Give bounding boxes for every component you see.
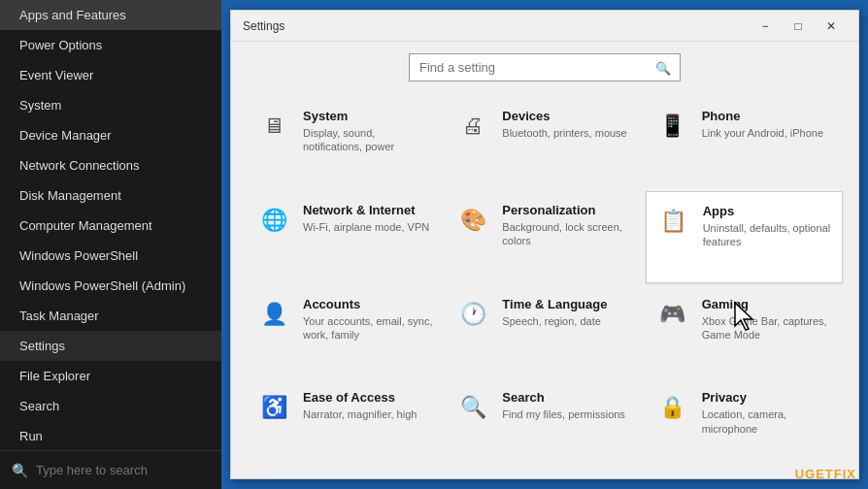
settings-tile-network[interactable]: 🌐Network & InternetWi-Fi, airplane mode,… [247,191,444,283]
phone-text: PhoneLink your Android, iPhone [702,109,833,140]
ease-of-access-icon: ♿ [256,390,291,425]
gaming-text: GamingXbox Game Bar, captures, Game Mode [702,297,833,342]
menu-item-label: Event Viewer [19,68,93,82]
search-icon: 🔍 [12,463,28,478]
network-icon: 🌐 [256,203,291,238]
search-tile-desc: Find my files, permissions [502,408,633,421]
gaming-desc: Xbox Game Bar, captures, Game Mode [702,314,833,342]
system-text: SystemDisplay, sound, notifications, pow… [303,109,434,154]
settings-tile-apps[interactable]: 📋AppsUninstall, defaults, optional featu… [646,191,843,283]
settings-tile-system[interactable]: 🖥SystemDisplay, sound, notifications, po… [247,97,444,189]
ease-of-access-title: Ease of Access [303,390,434,405]
menu-item-label: Windows PowerShell (Admin) [19,278,185,293]
network-desc: Wi-Fi, airplane mode, VPN [303,220,434,234]
apps-desc: Uninstall, defaults, optional features [703,221,832,249]
settings-tile-accounts[interactable]: 👤AccountsYour accounts, email, sync, wor… [247,285,444,377]
menu-item-label: Computer Management [19,218,152,233]
devices-title: Devices [502,109,633,123]
accounts-desc: Your accounts, email, sync, work, family [303,314,434,342]
menu-item-task-manager[interactable]: Task Manager [0,301,221,331]
settings-tile-search-tile[interactable]: 🔍SearchFind my files, permissions [446,378,643,471]
menu-item-apps-features[interactable]: Apps and Features [0,0,221,30]
menu-item-event-viewer[interactable]: Event Viewer [0,60,221,90]
menu-item-label: Apps and Features [19,8,126,22]
apps-text: AppsUninstall, defaults, optional featur… [703,204,832,249]
network-title: Network & Internet [303,203,434,217]
devices-icon: 🖨 [455,109,490,144]
search-wrapper: 🔍 [409,53,681,82]
menu-item-label: Network Connections [19,158,140,173]
ease-of-access-text: Ease of AccessNarrator, magnifier, high [303,390,434,421]
gaming-title: Gaming [702,297,833,311]
minimize-button[interactable]: − [750,13,781,40]
time-language-desc: Speech, region, date [502,314,633,328]
menu-item-label: Power Options [19,38,102,52]
personalization-icon: 🎨 [455,203,490,238]
menu-item-label: File Explorer [19,369,90,383]
maximize-button[interactable]: □ [783,13,814,40]
privacy-desc: Location, camera, microphone [702,408,833,436]
window-title: Settings [243,19,750,33]
menu-item-label: Task Manager [19,309,99,323]
watermark: UGETFIX [795,467,856,481]
menu-item-label: Settings [19,339,65,353]
close-button[interactable]: ✕ [816,13,847,40]
menu-item-run[interactable]: Run [0,421,221,451]
search-tile-icon: 🔍 [455,390,490,425]
menu-item-label: Windows PowerShell [19,248,138,263]
menu-item-label: Run [19,429,43,443]
settings-tile-time-language[interactable]: 🕐Time & LanguageSpeech, region, date [446,285,643,377]
time-language-text: Time & LanguageSpeech, region, date [502,297,633,328]
apps-title: Apps [703,204,832,218]
network-text: Network & InternetWi-Fi, airplane mode, … [303,203,434,234]
search-tile-title: Search [502,390,633,405]
time-language-icon: 🕐 [455,297,490,332]
personalization-desc: Background, lock screen, colors [502,220,633,248]
menu-item-windows-powershell[interactable]: Windows PowerShell [0,241,221,271]
ease-of-access-desc: Narrator, magnifier, high [303,408,434,421]
devices-text: DevicesBluetooth, printers, mouse [502,109,633,140]
title-bar: Settings − □ ✕ [231,11,858,42]
privacy-icon: 🔒 [655,390,690,425]
menu-item-network-connections[interactable]: Network Connections [0,150,221,180]
system-icon: 🖥 [256,109,291,144]
phone-icon: 📱 [655,109,690,144]
system-title: System [303,109,434,123]
menu-item-label: Device Manager [19,128,112,143]
settings-search-area: 🔍 [231,42,858,89]
settings-tile-phone[interactable]: 📱PhoneLink your Android, iPhone [646,97,843,189]
devices-desc: Bluetooth, printers, mouse [502,126,633,140]
menu-item-device-manager[interactable]: Device Manager [0,120,221,150]
settings-grid: 🖥SystemDisplay, sound, notifications, po… [231,89,858,478]
phone-desc: Link your Android, iPhone [702,126,833,140]
personalization-title: Personalization [502,203,633,217]
privacy-title: Privacy [702,390,833,405]
accounts-title: Accounts [303,297,434,311]
menu-item-windows-powershell-admin[interactable]: Windows PowerShell (Admin) [0,271,221,301]
search-tile-text: SearchFind my files, permissions [502,390,633,421]
settings-search-input[interactable] [409,53,681,82]
settings-tile-devices[interactable]: 🖨DevicesBluetooth, printers, mouse [446,97,643,189]
menu-item-label: System [19,98,61,113]
menu-item-disk-management[interactable]: Disk Management [0,180,221,211]
menu-item-system[interactable]: System [0,90,221,120]
settings-tile-privacy[interactable]: 🔒PrivacyLocation, camera, microphone [646,378,843,471]
menu-item-settings[interactable]: Settings [0,331,221,361]
time-language-title: Time & Language [502,297,633,311]
settings-tile-ease-of-access[interactable]: ♿Ease of AccessNarrator, magnifier, high [247,378,444,471]
taskbar-search-input[interactable] [36,463,210,477]
settings-tile-gaming[interactable]: 🎮GamingXbox Game Bar, captures, Game Mod… [646,285,843,377]
menu-item-label: Search [19,399,59,413]
settings-tile-personalization[interactable]: 🎨PersonalizationBackground, lock screen,… [446,191,643,283]
settings-window: Settings − □ ✕ 🔍 🖥SystemDisplay, sound, … [230,10,859,479]
menu-item-file-explorer[interactable]: File Explorer [0,361,221,391]
menu-item-computer-management[interactable]: Computer Management [0,211,221,241]
apps-icon: 📋 [656,204,691,239]
taskbar-search-bar[interactable]: 🔍 [0,450,221,489]
accounts-icon: 👤 [256,297,291,332]
context-menu: Apps and FeaturesPower OptionsEvent View… [0,0,221,489]
accounts-text: AccountsYour accounts, email, sync, work… [303,297,434,342]
personalization-text: PersonalizationBackground, lock screen, … [502,203,633,248]
menu-item-search[interactable]: Search [0,391,221,421]
menu-item-power-options[interactable]: Power Options [0,30,221,60]
